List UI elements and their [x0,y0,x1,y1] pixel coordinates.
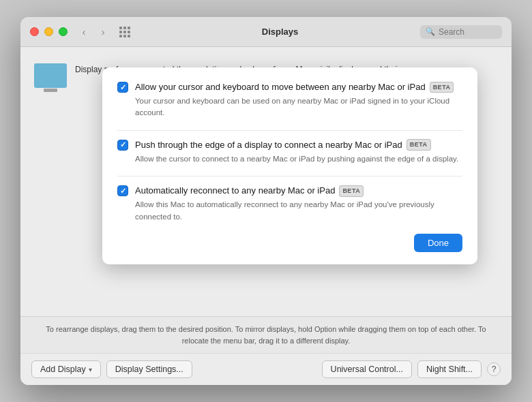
done-button[interactable]: Done [414,234,462,252]
titlebar: ‹ › Displays 🔍 [20,17,512,47]
option-2-text: Push through the edge of a display to co… [135,139,462,165]
add-display-chevron-icon: ▾ [89,366,92,373]
display-settings-button[interactable]: Display Settings... [106,360,192,378]
main-content: Display preferences control the resoluti… [20,47,512,316]
system-preferences-window: ‹ › Displays 🔍 Display preferences contr… [20,17,512,385]
beta-badge-2: BETA [407,139,431,151]
option-row-2: Push through the edge of a display to co… [117,139,462,165]
maximize-button[interactable] [59,27,68,36]
window-title: Displays [140,27,420,37]
checkbox-1[interactable] [117,82,128,93]
divider-1 [117,130,462,131]
checkbox-3[interactable] [117,185,128,196]
option-3-title: Automatically reconnect to any nearby Ma… [135,185,462,197]
footer-toolbar: Add Display ▾ Display Settings... Univer… [20,353,512,385]
close-button[interactable] [30,27,39,36]
forward-button[interactable]: › [95,24,111,40]
universal-control-modal: Allow your cursor and keyboard to move b… [102,67,477,264]
checkbox-2[interactable] [117,140,128,151]
option-row-3: Automatically reconnect to any nearby Ma… [117,185,462,223]
option-3-text: Automatically reconnect to any nearby Ma… [135,185,462,223]
option-1-desc: Your cursor and keyboard can be used on … [135,95,462,119]
universal-control-button[interactable]: Universal Control... [322,360,412,378]
beta-badge-3: BETA [339,185,364,197]
footer-right-buttons: Universal Control... Night Shift... ? [322,360,501,378]
night-shift-button[interactable]: Night Shift... [417,360,482,378]
search-bar[interactable]: 🔍 [420,25,502,39]
search-icon: 🔍 [426,27,435,36]
option-2-title: Push through the edge of a display to co… [135,139,462,151]
add-display-button[interactable]: Add Display ▾ [31,360,101,378]
search-input[interactable] [439,27,493,37]
beta-badge-1: BETA [430,82,454,93]
back-button[interactable]: ‹ [76,24,92,40]
grid-view-button[interactable] [117,24,133,40]
bottom-info-bar: To rearrange displays, drag them to the … [20,316,512,353]
display-icon [34,63,67,88]
traffic-lights [30,27,68,36]
help-button[interactable]: ? [487,362,501,376]
option-3-desc: Allow this Mac to automatically reconnec… [135,199,462,223]
option-1-title: Allow your cursor and keyboard to move b… [135,81,462,93]
divider-2 [117,176,462,176]
nav-buttons: ‹ › [76,24,111,40]
done-row: Done [117,234,462,252]
minimize-button[interactable] [44,27,53,36]
bottom-info-text: To rearrange displays, drag them to the … [46,325,486,345]
option-row-1: Allow your cursor and keyboard to move b… [117,81,462,119]
option-1-text: Allow your cursor and keyboard to move b… [135,81,462,119]
option-2-desc: Allow the cursor to connect to a nearby … [135,153,462,165]
